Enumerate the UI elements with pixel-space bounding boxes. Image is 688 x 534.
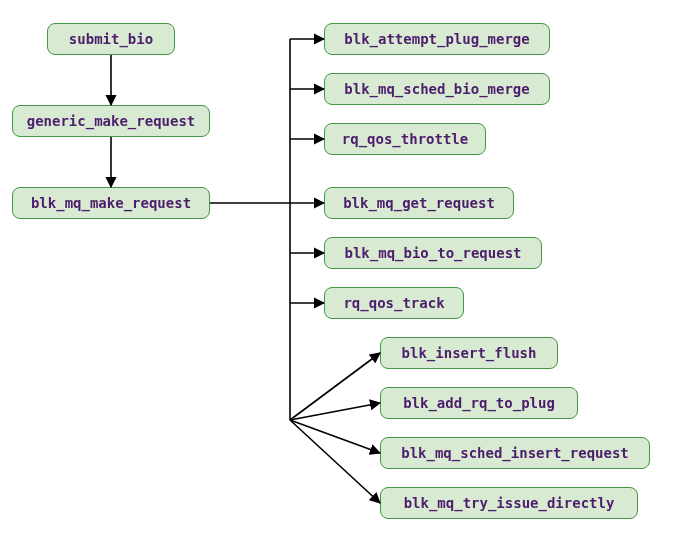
label: blk_add_rq_to_plug xyxy=(403,395,555,411)
label: blk_mq_sched_insert_request xyxy=(401,445,629,461)
node-blk-mq-sched-insert-request: blk_mq_sched_insert_request xyxy=(380,437,650,469)
label: rq_qos_throttle xyxy=(342,131,468,147)
label: blk_mq_bio_to_request xyxy=(344,245,521,261)
label: blk_mq_get_request xyxy=(343,195,495,211)
node-rq-qos-track: rq_qos_track xyxy=(324,287,464,319)
edge-fan xyxy=(290,420,380,503)
label: rq_qos_track xyxy=(343,295,444,311)
node-blk-mq-make-request: blk_mq_make_request xyxy=(12,187,210,219)
node-generic-make-request: generic_make_request xyxy=(12,105,210,137)
label: blk_insert_flush xyxy=(402,345,537,361)
node-submit-bio: submit_bio xyxy=(47,23,175,55)
node-blk-mq-bio-to-request: blk_mq_bio_to_request xyxy=(324,237,542,269)
edge-fan xyxy=(290,420,380,453)
node-blk-mq-get-request: blk_mq_get_request xyxy=(324,187,514,219)
label: blk_mq_try_issue_directly xyxy=(404,495,615,511)
node-blk-mq-sched-bio-merge: blk_mq_sched_bio_merge xyxy=(324,73,550,105)
edge-fan xyxy=(290,353,380,420)
node-blk-insert-flush: blk_insert_flush xyxy=(380,337,558,369)
label: generic_make_request xyxy=(27,113,196,129)
label: submit_bio xyxy=(69,31,153,47)
label: blk_mq_sched_bio_merge xyxy=(344,81,529,97)
node-blk-add-rq-to-plug: blk_add_rq_to_plug xyxy=(380,387,578,419)
node-blk-attempt-plug-merge: blk_attempt_plug_merge xyxy=(324,23,550,55)
label: blk_mq_make_request xyxy=(31,195,191,211)
node-blk-mq-try-issue-directly: blk_mq_try_issue_directly xyxy=(380,487,638,519)
label: blk_attempt_plug_merge xyxy=(344,31,529,47)
node-rq-qos-throttle: rq_qos_throttle xyxy=(324,123,486,155)
edge-fan xyxy=(290,403,380,420)
